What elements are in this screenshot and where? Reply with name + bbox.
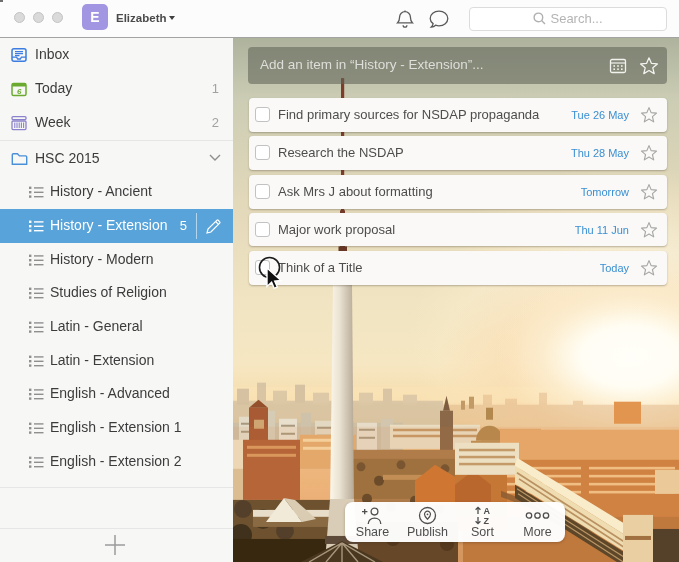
svg-text:6: 6 bbox=[17, 87, 22, 96]
svg-text:Z: Z bbox=[484, 516, 490, 525]
svg-text:A: A bbox=[484, 506, 491, 516]
